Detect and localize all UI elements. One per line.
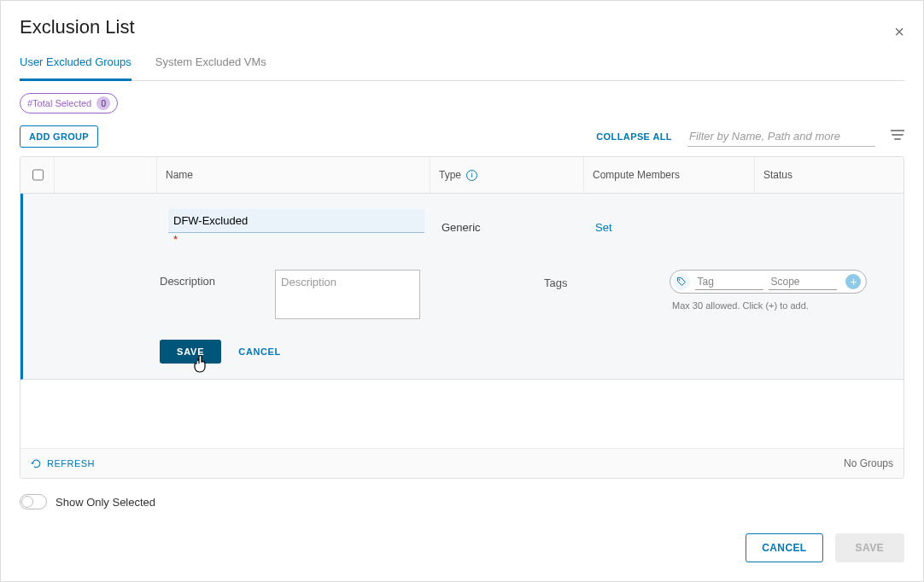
table-footer-bar: REFRESH No Groups [20, 448, 904, 478]
toolbar: ADD GROUP COLLAPSE ALL [20, 125, 904, 148]
header-status: Status [755, 157, 904, 193]
filter-icon[interactable] [891, 130, 904, 144]
description-section: Description [23, 270, 535, 319]
close-icon[interactable]: × [894, 23, 904, 40]
description-textarea[interactable] [275, 270, 420, 319]
total-selected-chip[interactable]: #Total Selected 0 [20, 93, 118, 113]
tab-system-excluded-vms[interactable]: System Excluded VMs [155, 47, 266, 80]
tag-icon [673, 273, 690, 290]
dialog-title: Exclusion List [20, 16, 135, 38]
header-checkbox-cell [20, 157, 55, 193]
show-only-selected-toggle[interactable] [20, 494, 47, 509]
row-top: * Generic Set [23, 207, 904, 247]
header-expand-cell [55, 157, 157, 193]
tags-row: Tags + [544, 270, 904, 294]
row-details: Description Tags + [23, 247, 904, 319]
header-type-label: Type [439, 169, 461, 181]
show-only-selected-row: Show Only Selected [20, 494, 904, 509]
required-asterisk: * [173, 233, 178, 246]
title-row: Exclusion List × [20, 16, 904, 47]
header-type: Type i [430, 157, 584, 193]
tabs: User Excluded Groups System Excluded VMs [20, 47, 904, 81]
add-tag-button[interactable]: + [845, 274, 861, 289]
tag-hint: Max 30 allowed. Click (+) to add. [544, 300, 904, 311]
row-type-cell: Generic [433, 219, 587, 236]
select-all-checkbox[interactable] [32, 169, 44, 181]
collapse-all-button[interactable]: COLLAPSE ALL [596, 131, 672, 142]
row-name-cell: * [160, 207, 433, 247]
total-selected-label: #Total Selected [27, 98, 91, 108]
header-compute-members: Compute Members [584, 157, 755, 193]
row-actions: SAVE CANCEL [23, 319, 904, 364]
groups-table: Name Type i Compute Members Status * Gen… [20, 156, 904, 479]
table-empty-space [20, 380, 904, 448]
dialog-footer: CANCEL SAVE [746, 533, 904, 562]
filter-input[interactable] [687, 126, 875, 147]
show-only-selected-label: Show Only Selected [56, 496, 155, 509]
description-label: Description [160, 270, 215, 288]
refresh-button[interactable]: REFRESH [31, 458, 95, 469]
info-icon[interactable]: i [466, 170, 477, 181]
row-cancel-button[interactable]: CANCEL [238, 346, 280, 357]
refresh-icon [31, 458, 42, 469]
total-selected-count: 0 [96, 96, 110, 110]
exclusion-list-dialog: Exclusion List × User Excluded Groups Sy… [0, 0, 924, 582]
row-compute-cell: Set [587, 219, 757, 236]
row-status-cell [757, 226, 904, 230]
tags-section: Tags + Max 30 allowed. Click (+) to add. [535, 270, 904, 319]
tags-label: Tags [544, 275, 567, 289]
row-expand-cell [57, 226, 160, 230]
tab-user-excluded-groups[interactable]: User Excluded Groups [20, 47, 132, 81]
header-name: Name [157, 157, 430, 193]
dialog-save-button[interactable]: SAVE [835, 533, 904, 562]
no-groups-text: No Groups [844, 457, 893, 469]
group-name-input[interactable] [168, 209, 424, 233]
tag-scope-input[interactable] [769, 274, 837, 290]
dialog-cancel-button[interactable]: CANCEL [746, 533, 822, 562]
row-save-button[interactable]: SAVE [160, 340, 221, 364]
add-group-button[interactable]: ADD GROUP [20, 125, 98, 148]
row-checkbox-cell [23, 226, 57, 230]
toolbar-right: COLLAPSE ALL [596, 126, 904, 147]
refresh-label: REFRESH [47, 458, 95, 469]
tag-pill: + [670, 270, 867, 294]
tag-name-input[interactable] [695, 274, 763, 290]
table-header: Name Type i Compute Members Status [20, 157, 904, 194]
set-compute-members-link[interactable]: Set [595, 221, 612, 234]
group-row-editing: * Generic Set Description Tags [20, 194, 904, 380]
toggle-knob [21, 496, 33, 508]
